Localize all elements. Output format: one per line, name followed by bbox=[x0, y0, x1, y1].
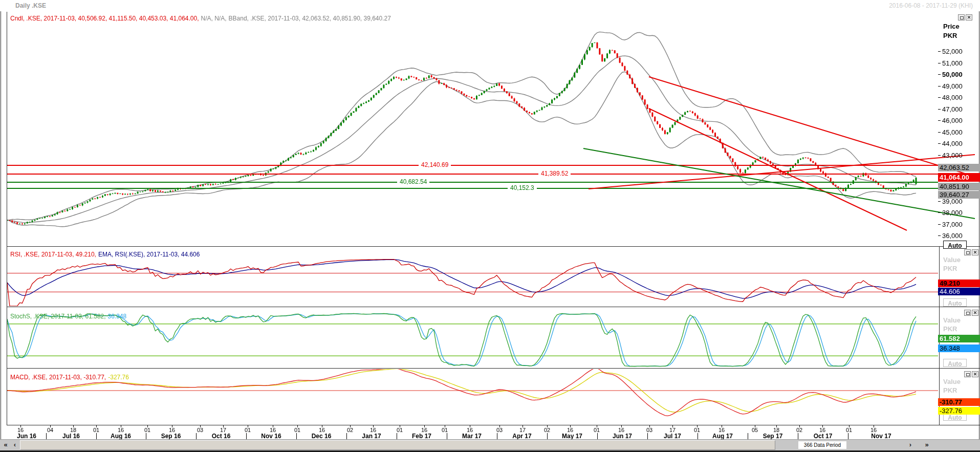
price-tick-label: 43,000 bbox=[942, 152, 963, 159]
scroll-last-button[interactable]: » bbox=[919, 440, 934, 450]
panel-separator-rsi[interactable] bbox=[7, 246, 980, 247]
horizontal-level-label[interactable]: 41,389.52 bbox=[538, 170, 571, 177]
chart-title: Daily .KSE bbox=[15, 2, 46, 9]
tick-mark-icon bbox=[938, 120, 941, 121]
tick-mark-icon bbox=[938, 74, 941, 75]
scroll-first-button[interactable]: « bbox=[1, 440, 10, 450]
stoch-legend-second: 36.348 bbox=[108, 313, 127, 320]
value-badge: 36.348 bbox=[938, 345, 980, 352]
price-tick: 49,000 bbox=[938, 82, 963, 90]
price-badge: 41,064.00 bbox=[938, 173, 980, 182]
price-tick: 39,000 bbox=[938, 198, 963, 205]
price-tick: 47,000 bbox=[938, 105, 963, 113]
stoch-value-label: Value bbox=[943, 316, 961, 324]
rsi-legend-ema: EMA, RSI(.KSE), 2017-11-03, 44.606 bbox=[98, 251, 200, 258]
tick-mark-icon bbox=[938, 132, 941, 133]
close-icon[interactable]: ✕ bbox=[972, 249, 978, 255]
panel-separator-stoch[interactable] bbox=[7, 307, 980, 307]
panel-separator-axis bbox=[7, 425, 980, 425]
price-badge: 39,640.27 bbox=[938, 191, 980, 199]
price-tick-label: 46,000 bbox=[942, 117, 963, 124]
value-badge: -327.76 bbox=[938, 407, 980, 415]
price-tick-label: 38,000 bbox=[942, 209, 963, 217]
price-tick-label: 45,000 bbox=[942, 128, 963, 136]
restore-icon[interactable] bbox=[958, 14, 965, 20]
tick-mark-icon bbox=[938, 97, 941, 98]
close-icon[interactable]: ✕ bbox=[972, 371, 978, 377]
price-tick-label: 51,000 bbox=[942, 59, 963, 67]
restore-icon[interactable] bbox=[964, 371, 971, 377]
stoch-unit-label: PKR bbox=[943, 325, 957, 333]
restore-icon[interactable] bbox=[964, 310, 971, 316]
tick-mark-icon bbox=[938, 155, 941, 156]
chart-window: Daily .KSE 2016-06-08 - 2017-11-29 (KHI)… bbox=[0, 0, 980, 452]
time-scrollbar[interactable]: « ‹ 366 Data Period › » bbox=[0, 439, 980, 451]
price-tick-label: 39,000 bbox=[942, 198, 963, 205]
scrollbar-thumb[interactable] bbox=[20, 440, 775, 450]
price-tick: 46,000 bbox=[938, 117, 963, 124]
rsi-unit-label: PKR bbox=[943, 265, 957, 272]
restore-icon[interactable] bbox=[964, 249, 971, 255]
horizontal-level-label[interactable]: 40,682.54 bbox=[397, 178, 429, 185]
price-tick: 48,000 bbox=[938, 94, 963, 101]
tick-mark-icon bbox=[938, 63, 941, 63]
stoch-window-buttons: ✕ bbox=[964, 310, 978, 316]
bband-legend: BBand, .KSE, 2017-11-03, 42,063.52, 40,8… bbox=[229, 15, 391, 22]
rsi-value-label: Value bbox=[943, 256, 961, 264]
macd-legend: MACD, .KSE, 2017-11-03, -310.77,-327.76 bbox=[10, 374, 131, 381]
price-chart-canvas[interactable] bbox=[0, 0, 980, 452]
plot-left-border bbox=[7, 12, 7, 425]
horizontal-level-label[interactable]: 42,140.69 bbox=[419, 161, 451, 168]
macd-unit-label: PKR bbox=[943, 386, 957, 394]
tick-mark-icon bbox=[938, 212, 941, 213]
price-tick: 43,000 bbox=[938, 152, 963, 159]
rsi-legend-main: RSI, .KSE, 2017-11-03, 49.210, bbox=[10, 251, 96, 258]
price-tick: 50,000 bbox=[938, 71, 963, 78]
rsi-legend: RSI, .KSE, 2017-11-03, 49.210,EMA, RSI(.… bbox=[10, 251, 202, 258]
stoch-auto-scale-button[interactable]: Auto bbox=[943, 359, 967, 367]
rsi-window-buttons: ✕ bbox=[964, 249, 978, 255]
price-axis-unit: PKR bbox=[943, 32, 957, 39]
stoch-legend: StochS, .KSE, 2017-11-03, 61.582,36.348 bbox=[10, 313, 128, 320]
main-auto-scale-button[interactable]: Auto bbox=[943, 241, 967, 249]
date-range-label: 2016-06-08 - 2017-11-29 (KHI) bbox=[889, 2, 973, 9]
price-badge: 40,851.90 bbox=[938, 183, 980, 190]
price-tick-label: 52,000 bbox=[942, 48, 963, 55]
tick-mark-icon bbox=[938, 201, 941, 202]
na-legend: N/A, N/A, bbox=[201, 15, 227, 22]
scroll-prev-button[interactable]: ‹ bbox=[10, 440, 19, 450]
macd-legend-signal: -327.76 bbox=[108, 374, 129, 381]
price-tick-label: 49,000 bbox=[942, 82, 963, 90]
price-tick: 52,000 bbox=[938, 48, 963, 55]
price-tick-label: 48,000 bbox=[942, 94, 963, 101]
tick-mark-icon bbox=[938, 143, 941, 144]
panel-separator-macd[interactable] bbox=[7, 368, 980, 369]
price-tick-label: 44,000 bbox=[942, 140, 963, 147]
close-icon[interactable]: ✕ bbox=[966, 14, 972, 20]
price-badge: 42,063.52 bbox=[938, 164, 980, 171]
price-tick-label: 47,000 bbox=[942, 105, 963, 113]
data-period-label: 366 Data Period bbox=[798, 441, 846, 449]
price-tick: 37,000 bbox=[938, 221, 963, 228]
rsi-auto-scale-button[interactable]: Auto bbox=[943, 298, 967, 307]
close-icon[interactable]: ✕ bbox=[972, 310, 978, 316]
horizontal-level-label[interactable]: 40,152.3 bbox=[508, 184, 537, 191]
tick-mark-icon bbox=[938, 224, 941, 225]
main-panel-window-buttons: ✕ bbox=[958, 14, 972, 20]
price-tick-label: 37,000 bbox=[942, 221, 963, 228]
value-badge: 49.210 bbox=[938, 279, 980, 287]
main-chart-legend: Cndl, .KSE, 2017-11-03, 40,506.92, 41,11… bbox=[10, 15, 393, 22]
macd-legend-main: MACD, .KSE, 2017-11-03, -310.77, bbox=[10, 374, 106, 381]
price-tick: 51,000 bbox=[938, 59, 963, 67]
value-badge: 44.606 bbox=[938, 288, 980, 295]
title-bar[interactable]: Daily .KSE 2016-06-08 - 2017-11-29 (KHI) bbox=[0, 0, 980, 11]
scroll-next-button[interactable]: › bbox=[906, 440, 915, 450]
candle-legend: Cndl, .KSE, 2017-11-03, 40,506.92, 41,11… bbox=[10, 15, 199, 22]
tick-mark-icon bbox=[938, 235, 941, 236]
value-badge: 61.582 bbox=[938, 335, 980, 342]
tick-mark-icon bbox=[938, 109, 941, 110]
tick-mark-icon bbox=[938, 51, 941, 52]
price-tick-label: 36,000 bbox=[942, 232, 963, 240]
price-tick: 44,000 bbox=[938, 140, 963, 147]
price-tick: 38,000 bbox=[938, 209, 963, 217]
